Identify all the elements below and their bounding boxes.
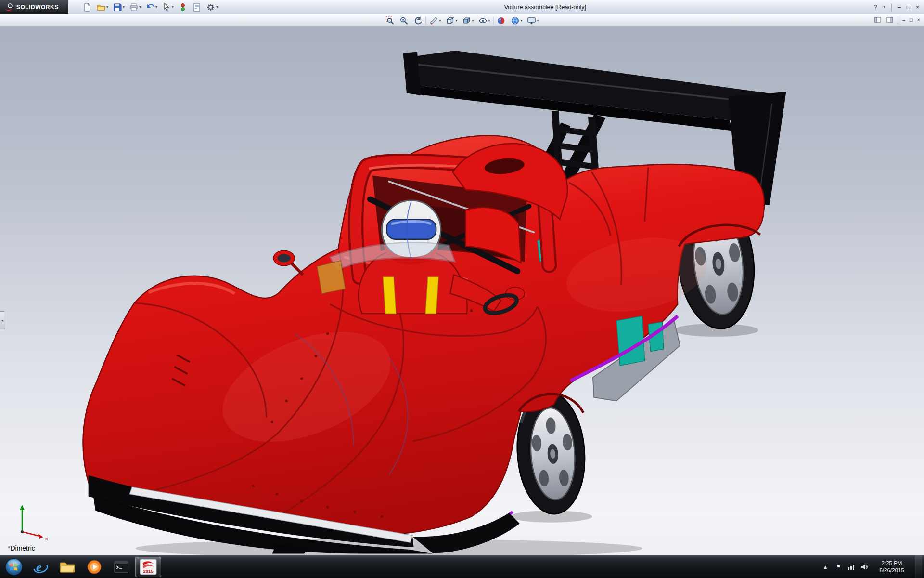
rebuild-button[interactable] <box>177 1 189 13</box>
save-floppy-icon <box>113 2 122 12</box>
graphics-area[interactable]: ◂ x *Dimetric <box>0 27 924 555</box>
select-cursor-icon <box>162 2 171 12</box>
file-properties-button[interactable] <box>191 1 203 13</box>
dropdown-caret-icon[interactable]: ▾ <box>216 5 218 9</box>
undo-button[interactable]: ▾ <box>144 1 159 13</box>
new-document-button[interactable] <box>81 1 93 13</box>
show-desktop-button[interactable] <box>915 555 922 578</box>
view-toolbar-group: ▾ ▾ ▾ ▾ <box>384 15 540 26</box>
dropdown-caret-icon[interactable]: ▾ <box>139 5 141 9</box>
zoom-to-fit-icon <box>385 16 395 26</box>
edit-appearance-button[interactable] <box>495 15 508 26</box>
reference-triad: x <box>13 500 54 541</box>
solidworks-window: SOLIDWORKS ▾ ▾ <box>0 0 924 578</box>
view-orientation-button[interactable]: ▾ <box>444 15 459 26</box>
taskbar-app-internet-explorer[interactable]: e <box>27 557 53 577</box>
y-axis-arrow <box>20 505 25 510</box>
taskbar-app-windows-explorer[interactable] <box>54 557 80 577</box>
window-title: Voiture assomblee [Read-only] <box>504 0 586 14</box>
select-button[interactable]: ▾ <box>160 1 175 13</box>
document-close-button[interactable]: × <box>917 17 920 23</box>
solidworks-logo: SOLIDWORKS <box>0 0 68 14</box>
zoom-to-area-icon <box>399 16 409 26</box>
harness-strap <box>425 277 438 314</box>
document-minimize-button[interactable]: – <box>902 17 905 23</box>
clock-date: 6/26/2015 <box>873 567 911 574</box>
edit-appearance-sphere-icon <box>497 16 506 26</box>
car-assembly-model[interactable] <box>0 27 924 555</box>
dassault-logo-icon <box>4 2 13 12</box>
side-deflector <box>317 261 346 294</box>
media-player-icon <box>87 559 102 575</box>
display-style-icon <box>462 16 471 26</box>
collapse-arrow-icon: ◂ <box>1 318 3 323</box>
divider <box>898 16 898 24</box>
start-button[interactable] <box>5 558 23 576</box>
windows-taskbar: e <box>0 555 924 578</box>
close-button[interactable]: × <box>916 4 919 11</box>
dropdown-caret-icon[interactable]: ▾ <box>455 19 457 23</box>
apply-scene-globe-icon <box>511 16 520 26</box>
zoom-to-area-button[interactable] <box>398 15 410 26</box>
folder-icon <box>59 560 76 574</box>
pane-left-icon[interactable] <box>874 16 882 23</box>
taskbar-app-command-prompt[interactable] <box>108 557 134 577</box>
document-window-controls: – □ × <box>874 16 920 24</box>
divider <box>891 3 892 11</box>
main-toolbar: ▾ ▾ ▾ ▾ <box>81 1 219 13</box>
save-button[interactable]: ▾ <box>111 1 126 13</box>
print-button[interactable]: ▾ <box>128 1 142 13</box>
options-button[interactable]: ▾ <box>205 1 219 13</box>
taskbar-app-solidworks[interactable]: 2015 <box>135 557 161 577</box>
apply-scene-button[interactable]: ▾ <box>509 15 524 26</box>
x-axis-arrow <box>38 534 43 539</box>
open-document-button[interactable]: ▾ <box>95 1 110 13</box>
command-prompt-icon <box>114 559 129 575</box>
harness-strap <box>383 277 396 314</box>
network-icon[interactable] <box>847 563 856 571</box>
display-style-button[interactable]: ▾ <box>460 15 475 26</box>
section-view-icon <box>429 16 438 26</box>
rebuild-traffic-light-icon <box>178 2 188 12</box>
dropdown-caret-icon[interactable]: ▾ <box>439 19 441 23</box>
previous-view-icon <box>413 16 423 26</box>
brand-label: SOLIDWORKS <box>16 4 59 11</box>
view-settings-monitor-icon <box>527 16 537 26</box>
internet-explorer-icon: e <box>33 559 48 575</box>
dropdown-caret-icon[interactable]: ▾ <box>106 5 108 9</box>
window-controls: ? ▾ – □ × <box>874 0 919 14</box>
hide-show-eye-icon <box>478 16 488 26</box>
dropdown-caret-icon[interactable]: ▾ <box>155 5 157 9</box>
view-settings-button[interactable]: ▾ <box>526 15 540 26</box>
section-view-button[interactable]: ▾ <box>427 15 442 26</box>
divider <box>493 17 494 25</box>
dropdown-caret-icon[interactable]: ▾ <box>537 19 539 23</box>
panel-collapse-tab[interactable]: ◂ <box>0 311 5 329</box>
show-hidden-icons-button[interactable]: ▲ <box>821 563 830 571</box>
hide-show-items-button[interactable]: ▾ <box>477 15 492 26</box>
tray-clock[interactable]: 2:25 PM 6/26/2015 <box>873 560 911 574</box>
dropdown-caret-icon[interactable]: ▾ <box>172 5 174 9</box>
titlebar: SOLIDWORKS ▾ ▾ <box>0 0 924 14</box>
view-orientation-cube-icon <box>445 16 455 26</box>
taskbar-app-media-player[interactable] <box>81 557 107 577</box>
dropdown-caret-icon[interactable]: ▾ <box>521 19 523 23</box>
help-button[interactable]: ? <box>874 4 877 11</box>
dropdown-caret-icon[interactable]: ▾ <box>123 5 125 9</box>
document-restore-button[interactable]: □ <box>910 17 913 23</box>
minimize-button[interactable]: – <box>898 4 901 11</box>
new-document-icon <box>82 2 92 12</box>
dropdown-caret-icon[interactable]: ▾ <box>488 19 490 23</box>
mirror-stalk <box>291 263 303 275</box>
clock-time: 2:25 PM <box>873 560 911 567</box>
help-dropdown-caret-icon[interactable]: ▾ <box>884 5 886 9</box>
pane-right-icon[interactable] <box>886 16 893 23</box>
previous-view-button[interactable] <box>411 15 424 26</box>
volume-icon[interactable] <box>860 563 869 571</box>
print-icon <box>129 2 139 12</box>
restore-button[interactable]: □ <box>907 4 910 11</box>
dropdown-caret-icon[interactable]: ▾ <box>472 19 474 23</box>
action-center-icon[interactable]: ⚑ <box>834 563 843 571</box>
solidworks-2015-icon: 2015 <box>140 559 157 575</box>
zoom-to-fit-button[interactable] <box>384 15 396 26</box>
